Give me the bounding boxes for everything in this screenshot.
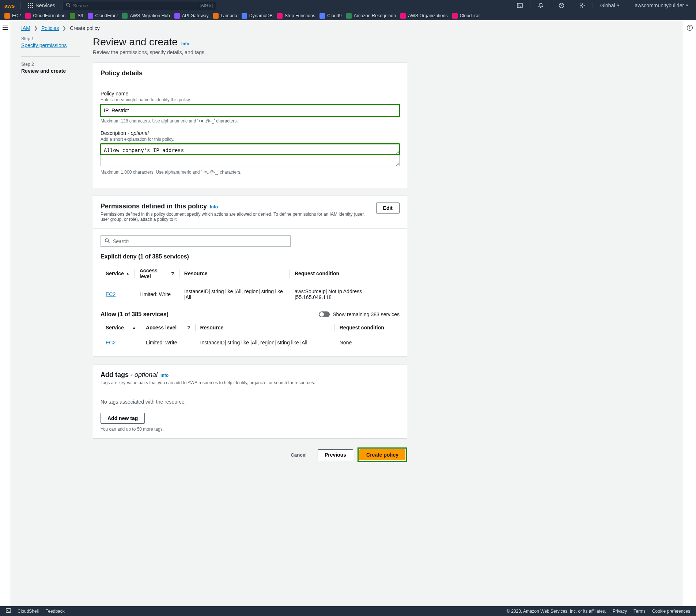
svg-rect-7 <box>30 7 31 8</box>
cell-condition: None <box>334 335 400 350</box>
help-icon[interactable] <box>556 1 567 10</box>
services-menu[interactable]: Services <box>25 1 58 10</box>
info-icon[interactable] <box>686 24 693 32</box>
permissions-desc: Permissions defined in this policy docum… <box>101 212 369 222</box>
tags-heading: Add tags - optional <box>101 371 158 379</box>
cell-access: Limited: Write <box>135 284 179 305</box>
wizard-stepper: Step 1 Specify permissions Step 2 Review… <box>21 36 80 462</box>
breadcrumb-policies[interactable]: Policies <box>41 25 59 31</box>
favorites-bar: EC2 CloudFormation S3 CloudFront AWS Mig… <box>0 11 696 20</box>
service-icon <box>25 13 31 19</box>
col-access[interactable]: Access level▽ <box>141 320 195 335</box>
service-icon <box>4 13 10 19</box>
policy-name-input[interactable] <box>101 105 400 116</box>
fav-organizations[interactable]: AWS Organizations <box>400 13 448 19</box>
permissions-search[interactable] <box>101 235 291 247</box>
cloudshell-icon[interactable] <box>6 608 11 614</box>
fav-dynamodb[interactable]: DynamoDB <box>242 13 273 19</box>
menu-icon[interactable] <box>2 25 8 31</box>
no-tags-text: No tags associated with the resource. <box>101 399 400 405</box>
fav-s3[interactable]: S3 <box>70 13 83 19</box>
step2-title: Review and create <box>21 68 80 74</box>
page-info-link[interactable]: Info <box>181 41 189 46</box>
breadcrumb: IAM ❯ Policies ❯ Create policy <box>21 25 672 31</box>
notifications-icon[interactable] <box>535 1 546 10</box>
search-shortcut: [Alt+S] <box>200 3 213 8</box>
svg-point-17 <box>105 239 109 242</box>
svg-rect-5 <box>32 5 33 6</box>
chevron-down-icon: ▼ <box>617 4 620 7</box>
cell-resource: InstanceID| string like |All, region| st… <box>195 335 334 350</box>
col-service[interactable]: Service▲ <box>101 263 135 284</box>
svg-rect-6 <box>28 7 29 8</box>
fav-cloud9[interactable]: Cloud9 <box>319 13 342 19</box>
privacy-link[interactable]: Privacy <box>613 609 627 614</box>
service-link-ec2[interactable]: EC2 <box>106 340 116 345</box>
page-title: Review and create <box>93 36 178 48</box>
copyright: © 2023, Amazon Web Services, Inc. or its… <box>507 609 606 614</box>
col-condition: Request condition <box>334 320 400 335</box>
svg-line-18 <box>108 242 110 243</box>
fav-rekognition[interactable]: Amazon Rekognition <box>346 13 396 19</box>
account-menu[interactable]: awscommunitybuilder ▼ <box>632 1 692 10</box>
fav-api-gateway[interactable]: API Gateway <box>174 13 209 19</box>
previous-button[interactable]: Previous <box>318 449 353 460</box>
breadcrumb-iam[interactable]: IAM <box>21 25 30 31</box>
terms-link[interactable]: Terms <box>633 609 646 614</box>
fav-migration-hub[interactable]: AWS Migration Hub <box>122 13 170 19</box>
tags-info-link[interactable]: Info <box>160 373 169 378</box>
grid-icon <box>28 3 33 8</box>
chevron-down-icon: ▼ <box>685 4 689 7</box>
search-icon <box>66 3 71 8</box>
service-link-ec2[interactable]: EC2 <box>106 291 116 297</box>
chevron-right-icon: ❯ <box>63 26 66 31</box>
feedback-link[interactable]: Feedback <box>45 609 65 614</box>
sort-asc-icon: ▲ <box>126 272 129 275</box>
service-icon <box>452 13 458 19</box>
step1-label: Step 1 <box>21 36 80 41</box>
page-subtitle: Review the permissions, specify details,… <box>93 49 407 55</box>
policy-desc-input-ext[interactable] <box>101 155 400 166</box>
aws-logo[interactable]: aws <box>4 3 15 9</box>
global-search[interactable]: [Alt+S] <box>63 1 216 10</box>
toggle-switch[interactable] <box>319 311 330 317</box>
cell-condition: aws:SourceIp| Not Ip Address |55.165.049… <box>290 284 400 305</box>
fav-cloudtrail[interactable]: CloudTrail <box>452 13 481 19</box>
cloudshell-icon[interactable] <box>514 1 526 10</box>
settings-icon[interactable] <box>576 1 588 10</box>
account-label: awscommunitybuilder <box>635 3 684 8</box>
policy-name-label: Policy name <box>101 91 400 97</box>
col-service[interactable]: Service▲ <box>101 320 141 335</box>
fav-lambda[interactable]: Lambda <box>213 13 237 19</box>
fav-cloudfront[interactable]: CloudFront <box>88 13 118 19</box>
svg-point-9 <box>67 3 69 6</box>
service-icon <box>242 13 247 19</box>
service-icon <box>70 13 75 19</box>
create-policy-button[interactable]: Create policy <box>359 449 405 460</box>
permissions-panel: Permissions defined in this policy Info … <box>93 196 407 357</box>
fav-step-functions[interactable]: Step Functions <box>277 13 315 19</box>
global-search-input[interactable] <box>73 3 197 8</box>
svg-rect-8 <box>32 7 33 8</box>
col-access[interactable]: Access level▽ <box>135 263 179 284</box>
fav-ec2[interactable]: EC2 <box>4 13 21 19</box>
cloudshell-link[interactable]: CloudShell <box>18 609 39 614</box>
chevron-right-icon: ❯ <box>34 26 38 31</box>
region-selector[interactable]: Global ▼ <box>597 1 623 10</box>
add-tag-button[interactable]: Add new tag <box>101 413 145 424</box>
permissions-info-link[interactable]: Info <box>210 204 218 209</box>
cancel-button[interactable]: Cancel <box>284 450 313 460</box>
show-remaining-toggle[interactable]: Show remaining 383 services <box>319 311 400 317</box>
edit-button[interactable]: Edit <box>376 203 400 213</box>
step1-link[interactable]: Specify permissions <box>21 42 67 48</box>
cookies-link[interactable]: Cookie preferences <box>652 609 690 614</box>
info-panel-toggle-column <box>683 20 696 606</box>
service-icon <box>346 13 352 19</box>
permissions-search-input[interactable] <box>113 238 287 244</box>
fav-cloudformation[interactable]: CloudFormation <box>25 13 65 19</box>
table-row: EC2 Limited: Write InstanceID| string li… <box>101 284 400 305</box>
explicit-deny-heading: Explicit deny (1 of 385 services) <box>101 253 400 260</box>
deny-table: Service▲ Access level▽ Resource Request … <box>101 263 400 305</box>
policy-desc-input[interactable] <box>101 144 400 154</box>
svg-rect-22 <box>6 609 11 613</box>
